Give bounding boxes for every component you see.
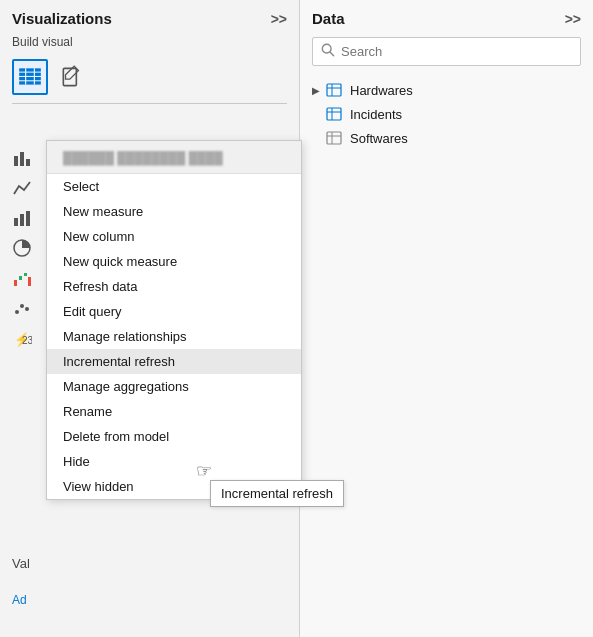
context-menu: ██████ ████████ ████ Select New measure … <box>46 140 302 500</box>
viz-divider <box>12 103 287 104</box>
softwares-table-icon <box>326 130 342 146</box>
waterfall-icon[interactable] <box>6 264 38 292</box>
svg-rect-17 <box>28 277 31 286</box>
incremental-refresh-item[interactable]: Incremental refresh <box>47 349 301 374</box>
edit-query-item[interactable]: Edit query <box>47 299 301 324</box>
svg-rect-12 <box>26 211 30 226</box>
sidebar-icons: ⚡ 23 <box>0 140 46 356</box>
data-panel-title: Data <box>312 10 345 27</box>
svg-rect-28 <box>327 108 341 120</box>
search-icon <box>321 43 335 60</box>
search-bar[interactable] <box>312 37 581 66</box>
svg-rect-7 <box>14 156 18 166</box>
new-column-item[interactable]: New column <box>47 224 301 249</box>
svg-point-18 <box>15 310 19 314</box>
new-quick-measure-item[interactable]: New quick measure <box>47 249 301 274</box>
line-chart-icon[interactable] <box>6 174 38 202</box>
hardwares-chevron: ▶ <box>312 85 320 96</box>
svg-rect-11 <box>20 214 24 226</box>
viz-panel-header: Visualizations >> <box>0 0 299 33</box>
incidents-node[interactable]: ▶ Incidents <box>300 102 593 126</box>
data-panel-header: Data >> <box>300 0 593 33</box>
incidents-label: Incidents <box>350 107 402 122</box>
hardwares-node[interactable]: ▶ Hardwares <box>300 78 593 102</box>
hide-item[interactable]: Hide <box>47 449 301 474</box>
blurred-header: ██████ ████████ ████ <box>47 147 301 169</box>
manage-relationships-item[interactable]: Manage relationships <box>47 324 301 349</box>
svg-rect-16 <box>24 273 27 276</box>
bar-chart-icon[interactable] <box>6 144 38 172</box>
column-chart-icon[interactable] <box>6 204 38 232</box>
hardwares-table-icon <box>326 82 342 98</box>
val-section: Val <box>0 550 42 577</box>
manage-aggregations-item[interactable]: Manage aggregations <box>47 374 301 399</box>
svg-rect-31 <box>327 132 341 144</box>
search-input[interactable] <box>341 44 572 59</box>
build-visual-label: Build visual <box>0 33 299 55</box>
svg-rect-14 <box>14 280 17 286</box>
svg-line-24 <box>330 52 334 56</box>
rename-item[interactable]: Rename <box>47 399 301 424</box>
delete-from-model-item[interactable]: Delete from model <box>47 424 301 449</box>
visualizations-panel: Visualizations >> Build visual <box>0 0 300 637</box>
tooltip: Incremental refresh <box>210 480 344 507</box>
softwares-node[interactable]: ▶ Softwares <box>300 126 593 150</box>
viz-icons-row <box>0 55 299 103</box>
viz-panel-title: Visualizations <box>12 10 112 27</box>
svg-rect-8 <box>20 152 24 166</box>
incidents-table-icon <box>326 106 342 122</box>
svg-text:23: 23 <box>22 335 32 346</box>
refresh-data-item[interactable]: Refresh data <box>47 274 301 299</box>
data-panel: Data >> ▶ Hardwares <box>300 0 593 637</box>
scatter-icon[interactable] <box>6 294 38 322</box>
svg-rect-15 <box>19 276 22 280</box>
svg-rect-25 <box>327 84 341 96</box>
svg-point-19 <box>20 304 24 308</box>
add-data-button[interactable]: Ad <box>12 593 27 607</box>
data-tree: ▶ Hardwares ▶ Incidents <box>300 74 593 154</box>
svg-rect-1 <box>19 73 41 76</box>
svg-rect-0 <box>19 68 41 71</box>
softwares-label: Softwares <box>350 131 408 146</box>
data-expand-icon[interactable]: >> <box>565 11 581 27</box>
special-chart-icon[interactable]: ⚡ 23 <box>6 324 38 352</box>
svg-rect-9 <box>26 159 30 166</box>
hardwares-label: Hardwares <box>350 83 413 98</box>
svg-rect-3 <box>19 81 41 84</box>
table-viz-icon[interactable] <box>12 59 48 95</box>
new-measure-item[interactable]: New measure <box>47 199 301 224</box>
svg-rect-10 <box>14 218 18 226</box>
svg-rect-2 <box>19 77 41 80</box>
viz-expand-icon[interactable]: >> <box>271 11 287 27</box>
svg-point-20 <box>25 307 29 311</box>
context-menu-top: ██████ ████████ ████ <box>47 141 301 174</box>
pie-chart-icon[interactable] <box>6 234 38 262</box>
select-item[interactable]: Select <box>47 174 301 199</box>
edit-viz-icon[interactable] <box>54 59 90 95</box>
